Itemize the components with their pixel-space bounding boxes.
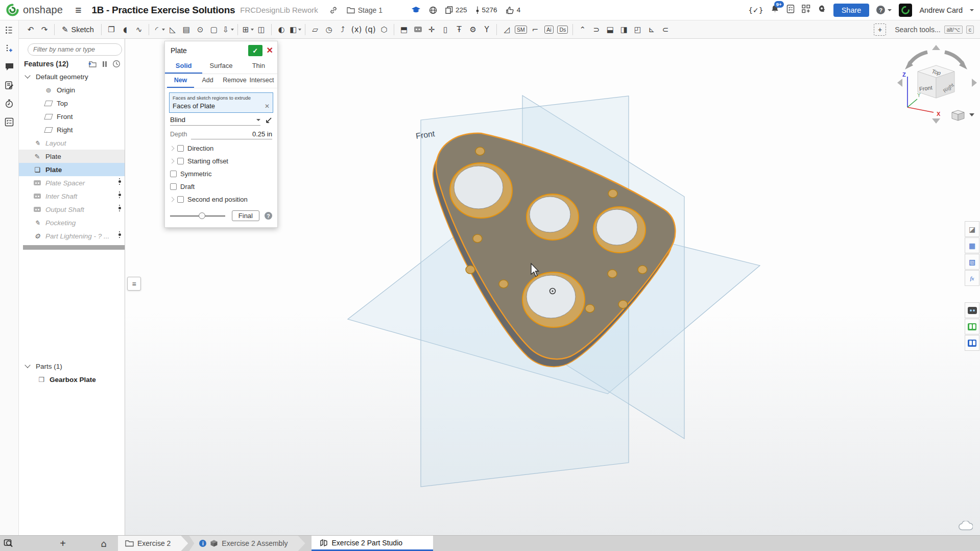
variables-table-button[interactable]: fx (965, 270, 979, 286)
rotate-down-arrow[interactable] (932, 118, 940, 124)
flatten-icon[interactable]: ⬓ (604, 23, 617, 36)
fastener-icon[interactable]: Ŧ (452, 23, 466, 36)
rollback-bar[interactable] (23, 245, 125, 250)
tasks-button[interactable] (786, 5, 795, 15)
feature-row[interactable]: ✎ Pocketing (19, 216, 125, 229)
feature-row[interactable]: Front (19, 110, 125, 123)
rotate-left-step-arrow[interactable] (897, 79, 902, 87)
helix-icon[interactable]: ◷ (322, 23, 336, 36)
feature-row[interactable]: Inter Shaft (19, 189, 125, 203)
feature-row[interactable]: Output Shaft (19, 203, 125, 216)
op-remove[interactable]: Remove (221, 74, 248, 88)
document-title[interactable]: 1B - Practice Exercise Solutions (91, 5, 235, 16)
feature-list-options-button[interactable]: ≡ (127, 277, 141, 291)
bearing-hole-2[interactable] (527, 194, 579, 240)
final-button[interactable]: Final (232, 210, 259, 221)
rotate-left-arrow[interactable] (909, 52, 927, 64)
search-tools[interactable]: + Search tools... alt/⌥ c (874, 23, 976, 36)
featurescript-check-icon[interactable]: {✓} (748, 6, 763, 14)
thicken-icon[interactable]: ⇩ (221, 23, 234, 36)
op-add[interactable]: Add (194, 74, 221, 88)
variable-icon[interactable]: (x) (350, 23, 363, 36)
symmetric-checkbox[interactable] (170, 171, 177, 177)
notes-icon[interactable] (4, 80, 15, 91)
linear-pattern-icon[interactable]: ⊞ (241, 23, 254, 36)
design-studio-icon[interactable]: Ds (556, 23, 569, 36)
rotate-up-arrow[interactable] (932, 45, 940, 50)
preview-slider-handle[interactable] (199, 212, 205, 219)
feature-row[interactable]: ✎ Layout (19, 136, 125, 150)
standard-content-button[interactable] (965, 319, 979, 334)
bearing-hole-1[interactable] (450, 163, 512, 218)
expand-chevron-icon[interactable] (170, 197, 175, 202)
new-tab-button[interactable]: + (57, 538, 69, 549)
tab-surface[interactable]: Surface (202, 59, 240, 74)
instance-slider[interactable] (118, 231, 122, 238)
rollback-history-icon[interactable] (112, 60, 121, 68)
user-name[interactable]: Andrew Card (919, 6, 963, 14)
flange-icon[interactable]: ⌐ (529, 23, 542, 36)
rotate-right-arrow[interactable] (945, 52, 963, 64)
new-folder-icon[interactable] (88, 60, 97, 68)
tab-thin[interactable]: Thin (240, 59, 277, 74)
app-store-button[interactable] (802, 5, 810, 15)
filter-input[interactable] (28, 43, 122, 56)
custom-feature-robot-icon[interactable] (411, 23, 424, 36)
derived-tables-button[interactable]: ▧ (965, 254, 979, 270)
help-icon[interactable]: ? (265, 212, 272, 220)
part-item[interactable]: ❒ Gearbox Plate (19, 373, 125, 386)
link-icon[interactable] (329, 6, 338, 14)
clear-selection-icon[interactable]: ✕ (265, 103, 270, 110)
second-end-checkbox[interactable] (177, 196, 184, 203)
part-tables-button[interactable]: ▦ (965, 237, 979, 253)
search-tabs-icon[interactable] (4, 538, 14, 548)
ai-advisor-icon[interactable]: Ai (542, 23, 556, 36)
share-button[interactable]: Share (833, 4, 870, 17)
flip-direction-icon[interactable] (265, 117, 272, 125)
feature-row[interactable]: Plate Spacer (19, 176, 125, 189)
feature-row[interactable]: ✎ Plate (19, 150, 125, 163)
tab-icon[interactable]: ⊂ (659, 23, 672, 36)
home-button[interactable]: ⌂ (98, 538, 110, 549)
instance-slider[interactable] (118, 205, 122, 211)
tab-exercise-2-part-studio[interactable]: Exercise 2 Part Studio (312, 536, 434, 551)
comment-icon[interactable] (4, 61, 15, 73)
main-menu-icon[interactable]: ≡ (75, 5, 81, 15)
documentation-button[interactable] (965, 335, 979, 351)
appearance-panel-button[interactable]: ◪ (965, 221, 979, 237)
starting-offset-checkbox[interactable] (177, 158, 184, 164)
extrude-icon[interactable]: ❐ (105, 23, 118, 36)
instance-slider[interactable] (118, 178, 122, 185)
op-intersect[interactable]: Intersect (248, 74, 275, 88)
fillet-icon[interactable]: ◜ (152, 23, 165, 36)
variable-search-icon[interactable]: (q) (364, 23, 377, 36)
view-cube[interactable]: Top Front Right Z X Y (895, 43, 979, 126)
point-icon[interactable]: ✛ (425, 23, 438, 36)
user-menu-chevron-icon[interactable] (970, 9, 974, 11)
chamfer-icon[interactable]: ◺ (166, 23, 179, 36)
custom-features-button[interactable] (965, 302, 979, 318)
shell-icon[interactable]: ▢ (207, 23, 221, 36)
likes-count[interactable]: 4 (506, 6, 521, 14)
bearing-hole-3[interactable] (593, 207, 646, 253)
bearing-hole-4[interactable] (522, 272, 585, 327)
redo-icon[interactable]: ↷ (38, 23, 51, 36)
measure-icon[interactable]: ⊾ (645, 23, 658, 36)
feature-row[interactable]: ❏ Plate (19, 163, 125, 176)
op-new[interactable]: New (167, 74, 194, 88)
selection-box[interactable]: Faces and sketch regions to extrude Face… (169, 92, 273, 113)
properties-checklist-icon[interactable] (4, 116, 15, 128)
feature-row[interactable]: ⊚ Origin (19, 83, 125, 97)
insert-icon[interactable] (4, 43, 15, 54)
tab-exercise-2-assembly[interactable]: i Exercise 2 Assembly (189, 536, 305, 551)
preview-slider[interactable] (170, 215, 225, 217)
fold-icon[interactable]: ⌃ (576, 23, 589, 36)
cancel-button[interactable]: ✕ (267, 46, 273, 55)
loft-icon[interactable]: ▤ (180, 23, 193, 36)
transform-crosshair-icon[interactable]: + (874, 23, 886, 36)
draft-checkbox[interactable] (170, 183, 177, 190)
funnel-icon[interactable]: Y (480, 23, 493, 36)
end-condition-select[interactable]: Blind (170, 116, 260, 126)
learning-center-button[interactable] (818, 5, 826, 15)
finish-icon[interactable]: ◨ (617, 23, 631, 36)
